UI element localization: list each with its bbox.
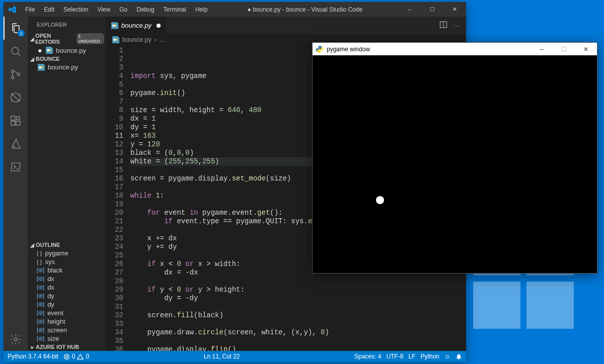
editor-tab[interactable]: bounce.py: [106, 17, 166, 34]
explorer-badge: 1: [18, 30, 25, 37]
folder-section[interactable]: ◢ BOUNCE: [28, 55, 106, 63]
scm-tab[interactable]: [4, 63, 28, 86]
pygame-minimize-button[interactable]: ─: [531, 43, 553, 55]
pygame-maximize-button[interactable]: ☐: [553, 43, 575, 55]
pygame-icon: [316, 45, 324, 53]
close-button[interactable]: ✕: [443, 2, 466, 17]
dirty-dot-icon: [157, 24, 161, 28]
menu-file[interactable]: File: [21, 4, 39, 15]
vscode-icon: [4, 6, 21, 14]
outline-item[interactable]: [⊘]event: [28, 309, 106, 317]
minimize-button[interactable]: ─: [398, 2, 421, 17]
outline-item[interactable]: [⊘]size: [28, 334, 106, 343]
azure-section[interactable]: ▸ AZURE IOT HUB: [28, 343, 106, 351]
status-bell-icon[interactable]: [456, 353, 462, 360]
outline-item[interactable]: [⊘]height: [28, 317, 106, 326]
open-editors-section[interactable]: ◢ OPEN EDITORS 1 UNSAVED: [28, 32, 106, 46]
variable-icon: [⊘]: [37, 335, 44, 342]
chevron-down-icon: ◢: [29, 242, 36, 248]
outline-item[interactable]: [⊘]black: [28, 266, 106, 275]
powershell-tab[interactable]: [4, 155, 28, 178]
outline-item[interactable]: { }pygame: [28, 249, 106, 257]
dirty-dot-icon: ●: [38, 46, 43, 54]
maximize-button[interactable]: ☐: [421, 2, 443, 17]
variable-icon: [⊘]: [37, 276, 44, 282]
svg-rect-7: [16, 121, 20, 125]
chevron-down-icon: ◢: [29, 56, 36, 62]
svg-point-1: [12, 70, 14, 73]
outline-item-label: dy: [47, 292, 54, 300]
outline-item-label: sys: [45, 258, 55, 265]
outline-item-label: black: [47, 266, 62, 274]
python-file-icon: [38, 64, 45, 71]
status-spaces[interactable]: Spaces: 4: [354, 353, 381, 360]
svg-point-9: [14, 338, 17, 341]
outline-item-label: dy: [47, 301, 54, 308]
svg-rect-8: [17, 117, 20, 120]
outline-item-label: pygame: [45, 249, 68, 257]
titlebar[interactable]: FileEditSelectionViewGoDebugTerminalHelp…: [4, 2, 466, 17]
window-title: ● bounce.py - bounce - Visual Studio Cod…: [212, 6, 398, 13]
outline-item[interactable]: [⊘]screen: [28, 326, 106, 334]
status-encoding[interactable]: UTF-8: [386, 353, 403, 360]
menu-terminal[interactable]: Terminal: [160, 4, 190, 15]
menu-debug[interactable]: Debug: [132, 4, 158, 15]
status-python[interactable]: Python 3.7.4 64-bit: [8, 353, 58, 360]
outline-item[interactable]: { }sys: [28, 257, 106, 266]
chevron-down-icon: ◢: [29, 36, 35, 42]
debug-tab[interactable]: [4, 86, 28, 109]
chevron-right-icon: ›: [155, 36, 157, 43]
menu-help[interactable]: Help: [191, 4, 212, 15]
outline-item-label: dx: [47, 284, 54, 291]
extensions-tab[interactable]: [4, 109, 28, 132]
bouncing-ball: [376, 196, 384, 204]
pygame-close-button[interactable]: ✕: [575, 43, 597, 55]
status-feedback-icon[interactable]: ☺: [444, 353, 450, 360]
more-actions-icon[interactable]: ···: [452, 22, 461, 29]
menu-selection[interactable]: Selection: [59, 4, 92, 15]
outline-item[interactable]: [⊘]dx: [28, 275, 106, 283]
status-eol[interactable]: LF: [408, 353, 415, 360]
outline-item-label: height: [47, 318, 65, 325]
variable-icon: [⊘]: [37, 318, 44, 325]
variable-icon: [⊘]: [37, 267, 44, 274]
editor-tabs: bounce.py ···: [106, 17, 466, 34]
file-item[interactable]: bounce.py: [28, 63, 106, 71]
status-ln-col[interactable]: Ln 11, Col 22: [204, 353, 240, 360]
line-numbers: 1234567891011121314151617181920212223242…: [106, 45, 130, 351]
svg-point-3: [18, 73, 20, 76]
status-problems[interactable]: 0 0: [63, 353, 89, 360]
outline-item-label: dx: [47, 275, 54, 283]
unsaved-badge: 1 UNSAVED: [77, 33, 104, 44]
menu-view[interactable]: View: [93, 4, 114, 15]
variable-icon: [⊘]: [37, 301, 44, 308]
outline-item[interactable]: [⊘]dy: [28, 300, 106, 309]
outline-item[interactable]: [⊘]dx: [28, 283, 106, 292]
pygame-canvas: [313, 55, 597, 273]
outline-item-label: screen: [47, 326, 67, 334]
svg-rect-5: [11, 116, 15, 120]
svg-point-2: [12, 76, 14, 79]
pygame-titlebar[interactable]: pygame window ─ ☐ ✕: [313, 43, 597, 55]
namespace-icon: { }: [37, 250, 42, 256]
menu-edit[interactable]: Edit: [40, 4, 58, 15]
variable-icon: [⊘]: [37, 327, 44, 333]
open-editor-item[interactable]: ● bounce.py: [28, 46, 106, 55]
explorer-tab[interactable]: 1: [4, 17, 28, 40]
python-file-icon: [111, 22, 118, 29]
split-editor-icon[interactable]: [439, 21, 447, 30]
menu-go[interactable]: Go: [115, 4, 131, 15]
status-lang[interactable]: Python: [420, 353, 439, 360]
settings-gear[interactable]: [4, 328, 28, 351]
azure-tab[interactable]: [4, 132, 28, 155]
chevron-right-icon: ▸: [29, 344, 36, 350]
variable-icon: [⊘]: [37, 310, 44, 316]
variable-icon: [⊘]: [37, 284, 44, 291]
outline-section[interactable]: ◢ OUTLINE: [28, 241, 106, 249]
search-tab[interactable]: [4, 40, 28, 63]
outline-item-label: event: [47, 309, 63, 317]
pygame-title-text: pygame window: [327, 46, 370, 53]
svg-rect-6: [11, 121, 15, 125]
status-bar: Python 3.7.4 64-bit 0 0 Ln 11, Col 22 Sp…: [4, 351, 466, 362]
outline-item[interactable]: [⊘]dy: [28, 292, 106, 300]
